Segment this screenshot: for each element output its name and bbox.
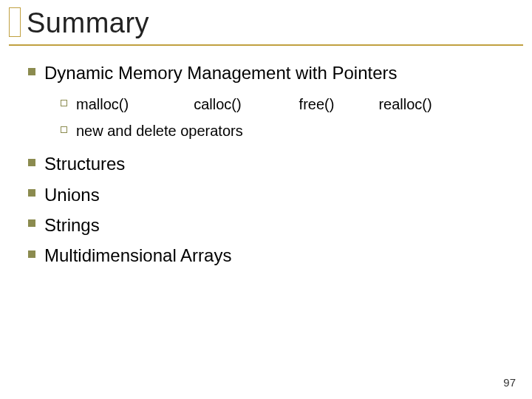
hollow-square-bullet-icon [61, 100, 67, 106]
title-underline [9, 44, 523, 46]
hollow-square-bullet-icon [61, 126, 67, 133]
func-realloc: realloc() [378, 93, 432, 116]
square-bullet-icon [28, 159, 35, 166]
list-item: Strings [28, 211, 516, 239]
list-item: Multidimensional Arrays [28, 242, 516, 269]
square-bullet-icon [28, 189, 35, 197]
list-item-label: Unions [44, 185, 100, 205]
list-item-label: Dynamic Memory Management with Pointers [44, 63, 398, 83]
content-area: Dynamic Memory Management with Pointers … [28, 59, 516, 272]
sub-item-text: malloc()calloc()free()realloc() [76, 96, 432, 112]
list-item: Structures [28, 150, 516, 177]
list-item-label: Structures [44, 154, 125, 174]
sub-item-text: new and delete operators [76, 123, 243, 139]
list-item-label: Multidimensional Arrays [44, 245, 231, 265]
page-number: 97 [503, 376, 516, 389]
list-block: Structures Unions Strings Multidimension… [28, 150, 516, 269]
func-free: free() [299, 93, 335, 116]
func-calloc: calloc() [194, 93, 241, 116]
slide: Summary Dynamic Memory Management with P… [0, 0, 532, 399]
list-item: Unions [28, 181, 516, 208]
slide-title: Summary [27, 7, 149, 39]
list-item-label: Strings [44, 215, 100, 235]
sub-list: malloc()calloc()free()realloc() new and … [61, 91, 516, 143]
sub-list-item: malloc()calloc()free()realloc() [61, 91, 516, 116]
title-ornament-box [9, 7, 21, 37]
func-malloc: malloc() [76, 93, 129, 116]
sub-list-item: new and delete operators [61, 117, 516, 143]
square-bullet-icon [28, 250, 35, 258]
square-bullet-icon [28, 219, 35, 227]
list-item: Dynamic Memory Management with Pointers [28, 59, 516, 86]
square-bullet-icon [28, 68, 35, 75]
